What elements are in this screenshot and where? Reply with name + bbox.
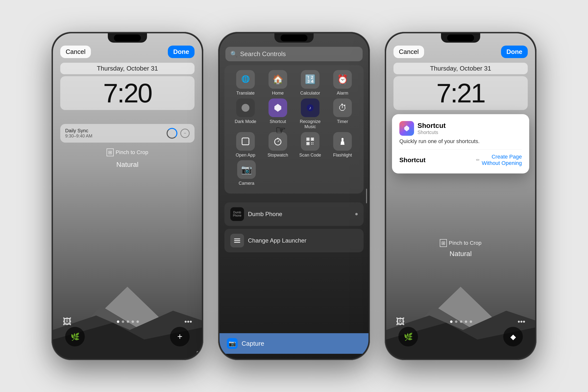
stopwatch-label: Stopwatch [268,153,288,158]
shortcut-app-icon [399,121,414,136]
shortcut-button-3[interactable]: ◆ [503,327,523,346]
home-icon: 🏠 [268,70,287,89]
time-display: 7:20 [60,76,194,110]
recognize-music-icon: ♪ [301,98,320,117]
svg-rect-16 [307,138,309,140]
search-bar[interactable]: 🔍 Search Controls [226,47,362,61]
natural-label: Natural [53,161,202,168]
cancel-button[interactable]: Cancel [60,46,91,58]
create-page-label: Create PageWithout Opening [482,154,522,166]
control-translate[interactable]: 🌐 Translate [231,70,260,96]
shortcut-popup: Shortcut Shortcuts Quickly run one of yo… [392,114,529,174]
control-timer[interactable]: ⏱ Timer [328,98,357,130]
camera-label: Camera [239,181,254,186]
svg-rect-17 [312,138,313,140]
phone-2: 🔍 Search Controls 🌐 Translate 🏠 Home [218,32,370,360]
dumb-phone-icon: DumbPhone [230,207,244,221]
calculator-label: Calculator [300,91,320,96]
control-dark-mode[interactable]: Dark Mode [231,98,260,130]
minus-button[interactable]: 🌿 [65,327,85,346]
time-text-3: 7:21 [394,80,528,106]
search-input-placeholder: Search Controls [240,50,286,58]
top-bar: Cancel Done [53,46,202,58]
control-flashlight[interactable]: Flashlight [328,132,357,158]
open-app-label: Open App [236,153,255,158]
widget-title: Daily Sync [65,128,92,134]
crop-icon-3: ⊞ [440,239,447,247]
page-dots-3: 🖼 ••• [386,316,535,327]
control-scan-code[interactable]: Scan Code [296,132,325,158]
plus-icon: + [177,332,182,342]
open-app-icon [236,132,255,151]
photo-icon-3: 🖼 [396,316,405,327]
flashlight-label: Flashlight [333,153,352,158]
svg-line-12 [278,140,279,142]
controls-grid: 🌐 Translate 🏠 Home 🔢 Calculator ⏰ Alarm [224,65,364,194]
dot-5 [136,320,139,323]
popup-action[interactable]: ✏ Create PageWithout Opening [476,154,522,166]
more-icon[interactable]: ••• [184,318,192,326]
more-icon-3[interactable]: ••• [518,318,525,326]
alarm-label: Alarm [337,91,348,96]
minus-icon: 🌿 [70,332,80,341]
crop-icon: ⊞ [106,148,114,156]
svg-point-5 [242,104,250,112]
dot-2 [122,320,124,323]
control-shortcut[interactable]: Shortcut ☞ [263,98,292,130]
calculator-icon: 🔢 [301,70,320,89]
cancel-button-3[interactable]: Cancel [394,46,424,58]
bottom-actions: 🌿 + ☞ [53,327,202,346]
dark-mode-icon [236,98,255,117]
svg-text:🌐: 🌐 [241,75,250,83]
translate-icon: 🌐 [236,70,255,89]
add-control-button[interactable]: + ☞ [170,327,190,346]
recognize-music-label: Recognize Music [296,119,325,130]
cursor-hand-icon: ☞ [196,347,202,359]
control-camera[interactable]: 📷 Camera [232,160,261,186]
control-calculator[interactable]: 🔢 Calculator [296,70,325,96]
popup-description: Quickly run one of your shortcuts. [399,138,522,144]
controls-row-3: Open App Stopwatch [229,132,359,158]
dot-1 [117,320,119,323]
change-app-launcher-label: Change App Launcher [248,237,306,244]
scroll-indicator [366,189,367,203]
control-alarm[interactable]: ⏰ Alarm [328,70,357,96]
home-label: Home [272,91,284,96]
capture-label: Capture [242,340,264,348]
controls-row-1: 🌐 Translate 🏠 Home 🔢 Calculator ⏰ Alarm [229,70,359,96]
phone-1: Cancel Done Thursday, October 31 7:20 Da… [52,32,203,360]
controls-row-4: 📷 Camera [229,160,359,186]
control-home[interactable]: 🏠 Home [263,70,292,96]
widget-time: 9:30–9:40 AM [65,134,92,139]
svg-marker-6 [274,104,281,112]
installed-dot [355,213,358,215]
search-icon: 🔍 [230,51,238,58]
svg-rect-20 [312,142,313,143]
widget-bar: Daily Sync 9:30–9:40 AM − [60,124,194,142]
phone-3: Cancel Done Thursday, October 31 7:21 Da… [385,32,536,360]
scan-code-icon [301,132,320,151]
svg-rect-9 [242,138,249,145]
date-display: Thursday, October 31 7:20 [60,63,194,110]
minus-button-3[interactable]: 🌿 [398,327,418,346]
done-button[interactable]: Done [168,46,194,58]
svg-text:♪: ♪ [309,105,312,110]
svg-rect-19 [311,142,312,143]
scan-code-label: Scan Code [299,153,321,158]
capture-bar[interactable]: 📷 Capture [220,333,368,354]
date-display-3: Thursday, October 31 7:21 [394,63,528,110]
time-text: 7:20 [60,80,194,106]
done-button-3[interactable]: Done [501,46,528,58]
dot-3 [127,320,129,323]
control-recognize-music[interactable]: ♪ Recognize Music [296,98,325,130]
svg-rect-18 [307,143,309,144]
capture-icon: 📷 [227,338,238,349]
dumb-phone-item[interactable]: DumbPhone Dumb Phone [224,202,364,226]
change-app-launcher-item[interactable]: Change App Launcher [224,229,364,252]
search-bar-container[interactable]: 🔍 Search Controls [226,47,362,61]
control-open-app[interactable]: Open App [231,132,260,158]
translate-label: Translate [236,91,254,96]
date-text-3: Thursday, October 31 [394,63,528,74]
pinch-to-crop-label-3: ⊞ Pinch to Crop [386,239,535,247]
svg-rect-22 [312,144,313,144]
